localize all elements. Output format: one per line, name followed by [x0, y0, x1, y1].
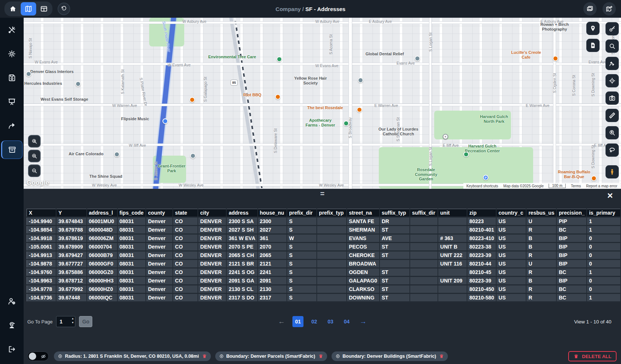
map-marker[interactable]	[190, 153, 196, 159]
sidebar-item-tools[interactable]	[1, 21, 23, 39]
map-marker[interactable]	[277, 56, 282, 62]
next-page-button[interactable]: →	[357, 317, 369, 326]
column-header[interactable]: state	[173, 209, 198, 217]
close-panel-button[interactable]: ×	[605, 190, 615, 201]
sidebar-item-support[interactable]	[1, 316, 23, 334]
column-header[interactable]: Y	[56, 209, 86, 217]
undo-button[interactable]	[58, 3, 70, 15]
sidebar-item-save[interactable]	[1, 69, 23, 87]
map-canvas[interactable]: 85 W Asbury AveW Asbury AveE Asbury AveE…	[24, 18, 621, 189]
page-number-input[interactable]	[56, 316, 69, 327]
add-map-button[interactable]	[603, 2, 616, 15]
sidebar-item-user-management[interactable]	[1, 292, 23, 311]
table-row[interactable]: -104.987839.67772706000GF008031DenverCOD…	[27, 260, 621, 268]
column-header[interactable]: house_nu	[258, 209, 287, 217]
zoom-fit-button[interactable]	[28, 135, 41, 148]
sidebar-item-presentation[interactable]	[1, 93, 23, 111]
table-view-button[interactable]	[36, 2, 52, 15]
column-header[interactable]: precision_	[556, 209, 587, 217]
filter-chip[interactable]: Radius: 1. 2801 S Franklin St, Denver, C…	[54, 351, 211, 361]
pin-plus-button[interactable]	[586, 22, 600, 35]
column-header[interactable]: is_primary	[587, 209, 621, 217]
page-button-02[interactable]: 02	[309, 316, 320, 327]
page-button-03[interactable]: 03	[325, 316, 336, 327]
table-row[interactable]: -104.991839.678619060006ZM08031DenverCOD…	[27, 234, 621, 243]
column-header[interactable]: county	[146, 209, 173, 217]
stepper-down-icon[interactable]: ▼	[71, 321, 74, 325]
map-marker[interactable]	[189, 97, 195, 103]
stepper-up-icon[interactable]: ▲	[71, 317, 74, 320]
column-header[interactable]: city	[198, 209, 226, 217]
map-marker[interactable]	[162, 118, 168, 124]
table-row[interactable]: -104.985439.6797880600048D08031DenverCOD…	[27, 226, 621, 234]
attribution-item[interactable]: Report a map error	[586, 184, 617, 188]
map-marker[interactable]	[114, 152, 120, 157]
file-download-button[interactable]	[586, 39, 600, 52]
panel-drag-handle[interactable]: =	[24, 190, 621, 198]
street-view-pegman[interactable]	[605, 165, 619, 178]
map-marker[interactable]	[463, 152, 469, 157]
attribution-item[interactable]: Terms	[571, 184, 581, 188]
delete-all-button[interactable]: DELETE ALL	[568, 351, 617, 361]
column-header[interactable]: street_na	[347, 209, 380, 217]
sidebar-item-share[interactable]	[1, 117, 23, 135]
map-marker[interactable]: P	[483, 175, 488, 180]
search-pin-button[interactable]	[605, 126, 619, 139]
column-header[interactable]: unit	[438, 209, 467, 217]
column-header[interactable]: suffix_typ	[380, 209, 410, 217]
layers-visibility-toggle[interactable]	[27, 351, 49, 361]
prev-page-button[interactable]: ←	[276, 317, 287, 326]
map-marker[interactable]	[553, 56, 558, 61]
lasso-button[interactable]	[605, 143, 619, 157]
home-view-button[interactable]	[5, 2, 21, 15]
table-row[interactable]: -104.996339.67871206000HH308031DenverCOD…	[27, 277, 621, 285]
satellite-button[interactable]	[605, 57, 619, 70]
map-marker[interactable]	[275, 94, 281, 100]
map-marker[interactable]	[26, 71, 31, 77]
table-row[interactable]: -105.006139.6789090600070408031DenverCOD…	[27, 243, 621, 251]
go-button[interactable]: Go	[79, 316, 92, 327]
key-button[interactable]	[605, 22, 619, 35]
table-row[interactable]: -104.977839.67799206000HZ008031DenverCOD…	[27, 285, 621, 294]
column-header[interactable]: X	[27, 209, 56, 217]
page-stepper[interactable]: ▲▼	[71, 317, 74, 325]
map-marker[interactable]	[358, 77, 363, 83]
map-marker[interactable]	[415, 56, 420, 61]
map-view-button[interactable]	[21, 2, 36, 15]
sidebar-item-data-archive[interactable]	[1, 141, 23, 159]
column-header[interactable]: prefix_dir	[287, 209, 317, 217]
ruler-button[interactable]	[605, 109, 619, 122]
map-marker[interactable]: +	[443, 134, 448, 139]
attribution-item[interactable]: Keyboard shortcuts	[466, 184, 498, 188]
zoom-out-button[interactable]	[28, 164, 41, 177]
column-header[interactable]: fips_code	[117, 209, 146, 217]
crosshair-button[interactable]	[605, 74, 619, 87]
zoom-in-button[interactable]	[28, 150, 41, 162]
column-header[interactable]: address_l	[87, 209, 117, 217]
column-header[interactable]: zip	[467, 209, 496, 217]
filter-chip[interactable]: Boundary: Denver Buildings (SmartFabric)	[332, 351, 448, 361]
search-button[interactable]	[605, 39, 619, 53]
column-header[interactable]: resbus_us	[526, 209, 556, 217]
page-button-04[interactable]: 04	[341, 316, 352, 327]
sidebar-item-settings[interactable]	[1, 45, 23, 63]
column-header[interactable]: prefix_typ	[317, 209, 347, 217]
images-button[interactable]	[583, 2, 597, 15]
camera-button[interactable]	[605, 91, 619, 105]
table-row[interactable]: -104.991339.67942706000B7908031DenverCOD…	[27, 251, 621, 260]
column-header[interactable]: suffix_dir	[410, 209, 438, 217]
sidebar-item-logout[interactable]	[1, 340, 23, 358]
map-marker[interactable]	[357, 107, 362, 112]
map-marker[interactable]	[343, 121, 349, 126]
map-marker[interactable]	[75, 81, 81, 87]
table-cell: 2300	[258, 217, 287, 226]
filter-chip[interactable]: Boundary: Denver Parcels (SmartFabric)	[215, 351, 327, 361]
column-header[interactable]: address	[226, 209, 257, 217]
column-header[interactable]: country_c	[496, 209, 526, 217]
map-marker[interactable]	[591, 176, 597, 181]
table-row[interactable]: -104.994039.67484306001MU008031DenverCOD…	[27, 217, 621, 226]
table-row[interactable]: -104.973639.6744806000IQC08031DenverCODE…	[27, 294, 621, 302]
toggle-knob[interactable]	[29, 353, 36, 360]
table-row[interactable]: -104.976039.67588606000GZ008031DenverCOD…	[27, 268, 621, 277]
page-button-01[interactable]: 01	[292, 316, 303, 327]
